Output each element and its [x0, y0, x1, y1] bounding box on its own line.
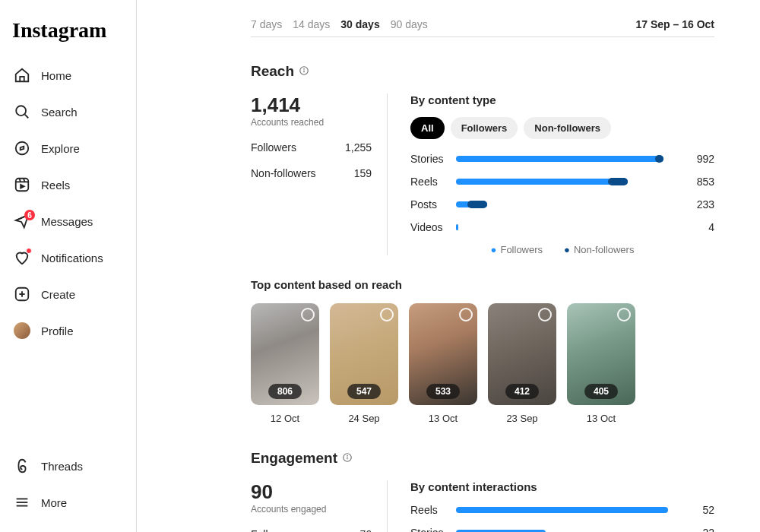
bar-label: Reels: [410, 504, 448, 516]
top-content-cards: 806 12 Oct 547 24 Sep 533 13 Oct 412 23 …: [251, 303, 714, 424]
sidebar-item-profile[interactable]: Profile: [9, 315, 127, 347]
sidebar-item-more[interactable]: More: [9, 486, 127, 518]
sidebar-item-label: Messages: [41, 215, 93, 228]
sidebar-item-label: Create: [41, 288, 75, 301]
content-card[interactable]: 806 12 Oct: [251, 303, 319, 424]
content-date: 24 Sep: [330, 413, 398, 424]
engagement-total: 90: [251, 480, 372, 504]
sidebar-item-reels[interactable]: Reels: [9, 169, 127, 201]
engagement-total-label: Accounts engaged: [251, 504, 372, 515]
story-ring-icon: [617, 308, 631, 321]
bar-label: Posts: [410, 198, 448, 211]
by-content-type-title: By content type: [410, 93, 714, 106]
bar-label: Stories: [410, 527, 448, 532]
svg-marker-3: [21, 147, 24, 150]
bar-row: Posts 233: [410, 198, 714, 211]
sidebar-item-search[interactable]: Search: [9, 96, 127, 128]
notification-dot: [26, 248, 32, 254]
primary-nav: Home Search Explore Reels 6 Messages Not…: [9, 59, 127, 347]
story-ring-icon: [538, 308, 552, 321]
content-thumbnail: 806: [251, 303, 319, 405]
content-card[interactable]: 412 23 Sep: [488, 303, 556, 424]
sidebar-item-label: Notifications: [41, 252, 103, 264]
bar-value: 992: [687, 153, 714, 165]
content-thumbnail: 547: [330, 303, 398, 405]
engagement-followers-row: Followers 76: [251, 528, 372, 532]
footer-nav: Threads More: [9, 450, 127, 518]
by-interactions-title: By content interactions: [410, 480, 714, 493]
story-ring-icon: [301, 308, 315, 321]
reach-total: 1,414: [251, 93, 372, 117]
timerange-7days[interactable]: 7 days: [251, 18, 282, 30]
sidebar-item-explore[interactable]: Explore: [9, 132, 127, 164]
reach-title: Reach: [251, 63, 294, 80]
content-card[interactable]: 533 13 Oct: [409, 303, 477, 424]
timerange-14days[interactable]: 14 days: [293, 18, 330, 30]
sidebar-item-threads[interactable]: Threads: [9, 450, 127, 482]
main-content: 7 days 14 days 30 days 90 days 17 Sep – …: [137, 0, 760, 532]
bar-row: Reels 52: [410, 504, 714, 516]
bar-label: Videos: [410, 221, 448, 233]
bar-value: 233: [687, 198, 714, 211]
chip-nonfollowers[interactable]: Non-followers: [524, 117, 611, 139]
sidebar-item-create[interactable]: Create: [9, 278, 127, 310]
sidebar-item-label: Threads: [41, 460, 83, 473]
compass-icon: [14, 140, 30, 157]
bar-track: [456, 224, 679, 230]
avatar: [14, 322, 30, 339]
chip-followers[interactable]: Followers: [451, 117, 518, 139]
stat-label: Non-followers: [251, 167, 316, 179]
threads-icon: [14, 458, 30, 474]
info-icon[interactable]: [342, 450, 353, 467]
reach-section: Reach 1,414 Accounts reached Followers 1…: [251, 37, 714, 424]
content-card[interactable]: 547 24 Sep: [330, 303, 398, 424]
svg-point-2: [16, 142, 29, 155]
bar-track: [456, 179, 679, 185]
reach-count-pill: 547: [347, 384, 381, 399]
content-filter-chips: All Followers Non-followers: [410, 117, 714, 139]
svg-point-22: [347, 455, 348, 456]
svg-line-1: [25, 115, 29, 119]
bar-row: Videos 4: [410, 221, 714, 233]
reach-followers-row: Followers 1,255: [251, 141, 372, 154]
content-date: 13 Oct: [409, 413, 477, 424]
sidebar-item-notifications[interactable]: Notifications: [9, 242, 127, 274]
stat-value: 159: [354, 167, 372, 179]
search-icon: [14, 103, 30, 120]
reels-icon: [14, 176, 30, 193]
sidebar-item-home[interactable]: Home: [9, 59, 127, 91]
home-icon: [14, 67, 30, 84]
bar-row: Reels 853: [410, 176, 714, 188]
svg-marker-8: [21, 185, 24, 188]
svg-point-19: [304, 68, 305, 69]
menu-icon: [14, 494, 30, 511]
reach-count-pill: 806: [268, 384, 302, 399]
send-icon: 6: [14, 213, 30, 230]
app-logo[interactable]: Instagram: [9, 14, 127, 59]
bar-track: [456, 201, 679, 207]
bar-value: 853: [687, 176, 714, 188]
reach-count-pill: 533: [426, 384, 460, 399]
reach-bars-chart: Stories 992Reels 853Posts 233Videos 4: [410, 153, 714, 233]
top-content-title: Top content based on reach: [251, 278, 714, 291]
reach-count-pill: 405: [584, 384, 618, 399]
engagement-bars-chart: Reels 52Stories 22: [410, 504, 714, 532]
bar-value: 4: [687, 221, 714, 233]
reach-nonfollowers-row: Non-followers 159: [251, 167, 372, 179]
info-icon[interactable]: [299, 63, 309, 80]
chip-all[interactable]: All: [410, 117, 445, 139]
stat-value: 1,255: [345, 141, 372, 154]
content-date: 23 Sep: [488, 413, 556, 424]
sidebar-item-messages[interactable]: 6 Messages: [9, 205, 127, 237]
bar-value: 52: [687, 504, 714, 516]
content-thumbnail: 412: [488, 303, 556, 405]
bar-label: Stories: [410, 153, 448, 165]
story-ring-icon: [380, 308, 394, 321]
timerange-30days[interactable]: 30 days: [340, 18, 379, 30]
content-card[interactable]: 405 13 Oct: [567, 303, 635, 424]
sidebar-item-label: Search: [41, 106, 78, 119]
bar-label: Reels: [410, 176, 448, 188]
bar-row: Stories 992: [410, 153, 714, 165]
reach-count-pill: 412: [505, 384, 539, 399]
timerange-90days[interactable]: 90 days: [391, 18, 428, 30]
